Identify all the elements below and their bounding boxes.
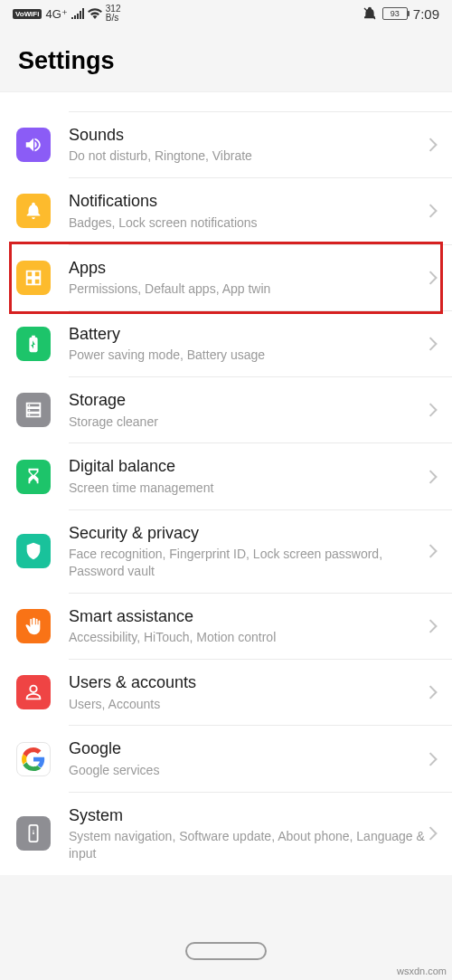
svg-point-2 (29, 414, 31, 416)
system-icon: i (16, 816, 51, 851)
chevron-right-icon (428, 752, 438, 766)
status-right: 93 7:09 (363, 6, 439, 22)
hand-icon (16, 609, 51, 643)
settings-row-apps[interactable]: Apps Permissions, Default apps, App twin (0, 245, 452, 310)
partial-row-top (69, 92, 452, 112)
speed-unit: B/s (106, 14, 121, 23)
row-subtitle: Accessibility, HiTouch, Motion control (69, 629, 428, 646)
settings-row-system[interactable]: i System System navigation, Software upd… (0, 793, 452, 875)
chevron-right-icon (428, 271, 438, 285)
row-title: Users & accounts (69, 672, 428, 693)
svg-text:i: i (33, 829, 33, 835)
chevron-right-icon (428, 403, 438, 417)
nav-pill-home[interactable] (185, 942, 267, 960)
row-title: System (69, 805, 428, 826)
status-bar: VoWiFi 4G⁺ 312 B/s 93 7:09 (0, 0, 452, 27)
row-title: Storage (69, 390, 428, 411)
battery-indicator: 93 (382, 7, 408, 20)
chevron-right-icon (428, 204, 438, 218)
row-subtitle: Do not disturb, Ringtone, Vibrate (69, 147, 428, 165)
settings-row-users[interactable]: Users & accounts Users, Accounts (0, 660, 452, 725)
svg-point-1 (29, 410, 31, 412)
hourglass-icon (16, 460, 51, 494)
chevron-right-icon (428, 544, 438, 558)
bell-icon (16, 194, 51, 228)
row-subtitle: Storage cleaner (69, 414, 428, 431)
row-subtitle: Badges, Lock screen notifications (69, 214, 428, 232)
signal-icon (71, 8, 84, 19)
watermark: wsxdn.com (397, 966, 447, 976)
row-title: Digital balance (69, 456, 428, 477)
settings-row-battery[interactable]: Battery Power saving mode, Battery usage (0, 311, 452, 376)
storage-icon (16, 393, 51, 427)
settings-row-digital-balance[interactable]: Digital balance Screen time management (0, 443, 452, 509)
page-title: Settings (18, 47, 434, 75)
row-title: Notifications (69, 191, 428, 212)
chevron-right-icon (428, 685, 438, 699)
svg-point-0 (29, 404, 31, 406)
vowifi-badge: VoWiFi (13, 9, 42, 19)
row-subtitle: Face recognition, Fingerprint ID, Lock s… (69, 546, 428, 580)
row-subtitle: Screen time management (69, 480, 428, 497)
settings-row-security[interactable]: Security & privacy Face recognition, Fin… (0, 510, 452, 593)
chevron-right-icon (428, 138, 438, 152)
shield-icon (16, 534, 51, 568)
settings-row-smart-assistance[interactable]: Smart assistance Accessibility, HiTouch,… (0, 594, 452, 659)
user-icon (16, 675, 51, 709)
row-subtitle: Users, Accounts (69, 696, 428, 713)
clock: 7:09 (413, 6, 439, 22)
row-subtitle: System navigation, Software update, Abou… (69, 828, 428, 862)
wifi-icon (88, 8, 102, 19)
settings-list: Sounds Do not disturb, Ringtone, Vibrate… (0, 91, 452, 875)
settings-row-sounds[interactable]: Sounds Do not disturb, Ringtone, Vibrate (0, 112, 452, 177)
settings-row-notifications[interactable]: Notifications Badges, Lock screen notifi… (0, 178, 452, 243)
apps-icon (16, 261, 51, 295)
row-title: Battery (69, 324, 428, 345)
chevron-right-icon (428, 826, 438, 841)
chevron-right-icon (428, 337, 438, 351)
battery-icon (16, 327, 51, 361)
row-title: Smart assistance (69, 606, 428, 627)
speaker-icon (16, 128, 51, 162)
row-subtitle: Power saving mode, Battery usage (69, 347, 428, 364)
row-subtitle: Permissions, Default apps, App twin (69, 281, 428, 298)
mute-icon (363, 6, 377, 21)
row-title: Google (69, 738, 428, 759)
row-subtitle: Google services (69, 762, 428, 779)
settings-row-storage[interactable]: Storage Storage cleaner (0, 377, 452, 442)
chevron-right-icon (428, 619, 438, 633)
settings-row-google[interactable]: Google Google services (0, 726, 452, 791)
network-label: 4G⁺ (45, 7, 67, 21)
page-header: Settings (0, 27, 452, 88)
status-left: VoWiFi 4G⁺ 312 B/s (13, 5, 120, 23)
row-title: Security & privacy (69, 523, 428, 544)
google-icon (16, 742, 51, 776)
row-title: Apps (69, 258, 428, 279)
row-title: Sounds (69, 125, 428, 146)
chevron-right-icon (428, 470, 438, 484)
